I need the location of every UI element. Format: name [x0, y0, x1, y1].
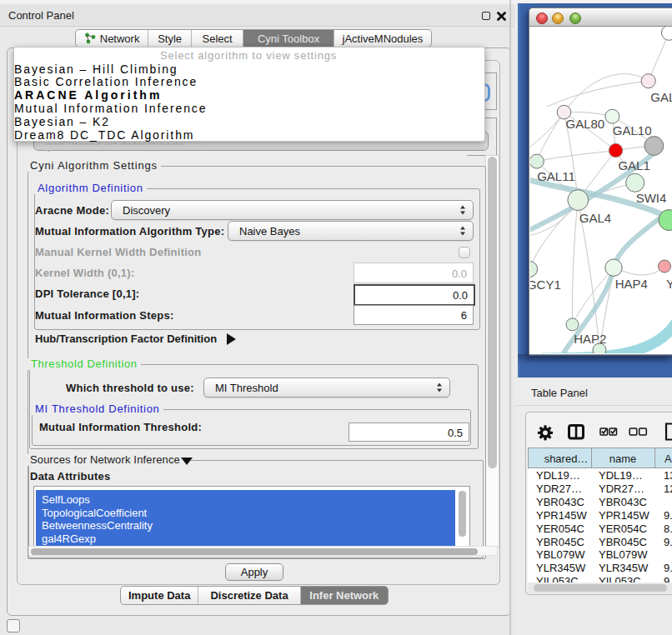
svg-text:GAL4: GAL4 — [579, 211, 611, 225]
svg-text:GCY1: GCY1 — [530, 278, 561, 292]
svg-text:SWI4: SWI4 — [636, 191, 667, 205]
svg-text:Y: Y — [666, 277, 672, 291]
svg-text:GAL11: GAL11 — [537, 169, 575, 183]
svg-text:GAL2: GAL2 — [650, 90, 672, 104]
svg-text:HAP4: HAP4 — [615, 277, 648, 291]
svg-text:GAL10: GAL10 — [613, 123, 652, 138]
svg-text:GAL80: GAL80 — [566, 117, 605, 131]
svg-text:GAL1: GAL1 — [618, 158, 649, 172]
svg-text:HAP2: HAP2 — [574, 332, 606, 346]
